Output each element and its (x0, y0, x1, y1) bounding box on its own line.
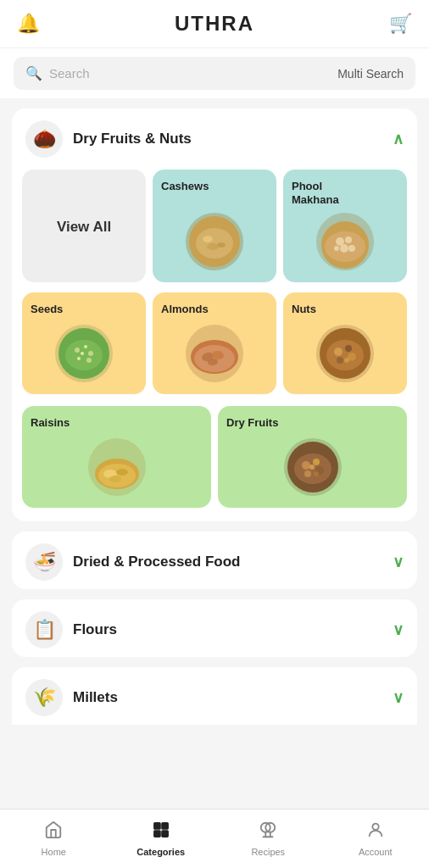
search-input-wrapper[interactable]: 🔍 Search Multi Search (14, 57, 415, 90)
subcategory-dry-fruits[interactable]: Dry Fruits (218, 406, 407, 508)
subcategory-cashews[interactable]: Cashews (153, 170, 276, 282)
svg-point-42 (109, 476, 121, 482)
flours-title: Flours (73, 621, 117, 638)
bottom-nav: Home Categories Recipes (0, 809, 429, 868)
chevron-down-icon-dried: ∨ (393, 553, 404, 571)
subcategory-raisins[interactable]: Raisins (22, 406, 211, 508)
category-card-flours: 📋 Flours ∨ (12, 599, 417, 657)
svg-point-18 (84, 345, 87, 348)
nav-account-label: Account (359, 847, 393, 857)
svg-point-50 (314, 471, 319, 476)
millets-title: Millets (73, 689, 118, 706)
view-all-label: View All (57, 219, 111, 236)
svg-point-51 (309, 465, 315, 470)
account-icon (366, 821, 385, 843)
category-header-millets[interactable]: 🌾 Millets ∨ (12, 667, 417, 725)
nav-recipes-label: Recipes (251, 847, 285, 857)
millets-icon: 🌾 (25, 679, 63, 716)
category-card-dry-fruits: 🌰 Dry Fruits & Nuts ∧ View All Cashews (12, 108, 417, 521)
app-header: 🔔 UTHRA 🛒 (0, 0, 429, 48)
nav-categories[interactable]: Categories (108, 810, 215, 868)
category-card-dried-processed: 🍜 Dried & Processed Food ∨ (12, 531, 417, 589)
search-bar-container: 🔍 Search Multi Search (0, 48, 429, 98)
svg-rect-55 (162, 831, 168, 837)
almonds-label: Almonds (161, 303, 209, 316)
chevron-down-icon-flours: ∨ (393, 620, 404, 639)
dried-processed-title: Dried & Processed Food (73, 554, 240, 570)
svg-point-12 (348, 245, 355, 252)
svg-point-39 (98, 464, 136, 487)
svg-point-11 (340, 244, 348, 253)
nav-home[interactable]: Home (0, 810, 108, 868)
seeds-image (52, 321, 116, 386)
category-header-dry-fruits[interactable]: 🌰 Dry Fruits & Nuts ∧ (12, 108, 417, 166)
svg-point-33 (345, 345, 352, 352)
phool-makhana-image (313, 209, 377, 274)
svg-rect-54 (154, 831, 160, 837)
nuts-image (313, 321, 377, 386)
search-left: 🔍 Search (25, 65, 90, 81)
subcategory-nuts[interactable]: Nuts (283, 292, 407, 394)
search-icon: 🔍 (25, 65, 42, 81)
categories-icon (152, 821, 170, 843)
dry-fruits-icon: 🌰 (25, 120, 63, 158)
multi-search-label[interactable]: Multi Search (337, 67, 404, 81)
svg-point-19 (88, 351, 93, 356)
svg-rect-53 (162, 823, 168, 829)
svg-point-31 (326, 340, 364, 370)
app-title: UTHRA (175, 12, 254, 36)
flours-icon: 📋 (25, 611, 63, 648)
svg-point-61 (372, 824, 378, 830)
svg-point-49 (304, 470, 311, 477)
svg-point-32 (334, 348, 343, 356)
subcategory-seeds[interactable]: Seeds (22, 292, 146, 394)
subcategory-row-3: Raisins Dry Fruits (12, 401, 417, 508)
raisins-image (85, 435, 149, 499)
svg-point-13 (334, 246, 339, 251)
home-icon (44, 821, 63, 843)
category-header-flours[interactable]: 📋 Flours ∨ (12, 599, 417, 657)
svg-point-46 (302, 461, 310, 470)
cashews-image (182, 209, 247, 274)
subcategory-almonds[interactable]: Almonds (153, 292, 276, 394)
svg-point-47 (313, 459, 320, 465)
svg-point-35 (337, 357, 343, 364)
svg-point-25 (194, 345, 235, 372)
subcategory-row-1: View All Cashews PhoolMa (12, 166, 417, 282)
chevron-down-icon-millets: ∨ (393, 688, 404, 707)
subcategory-phool-makhana[interactable]: PhoolMakhana (283, 170, 407, 282)
recipes-icon (259, 821, 277, 843)
svg-point-5 (207, 243, 219, 250)
search-placeholder: Search (49, 66, 90, 81)
svg-point-22 (81, 352, 84, 355)
seeds-label: Seeds (31, 303, 63, 316)
cashews-label: Cashews (161, 180, 209, 193)
nav-home-label: Home (42, 847, 66, 857)
subcategory-view-all[interactable]: View All (22, 170, 146, 282)
svg-point-10 (345, 236, 352, 243)
category-card-millets: 🌾 Millets ∨ (12, 667, 417, 725)
chevron-up-icon: ∧ (393, 130, 404, 148)
dried-processed-icon: 🍜 (25, 543, 63, 581)
category-header-dried-processed[interactable]: 🍜 Dried & Processed Food ∨ (12, 531, 417, 589)
almonds-image (182, 321, 247, 386)
svg-point-41 (116, 469, 128, 476)
dry-fruits-image (281, 435, 345, 499)
dry-fruits-title: Dry Fruits & Nuts (73, 131, 192, 147)
svg-point-17 (75, 348, 80, 353)
svg-point-20 (77, 357, 81, 360)
phool-makhana-label: PhoolMakhana (292, 180, 339, 206)
nav-account[interactable]: Account (322, 810, 430, 868)
nuts-label: Nuts (292, 303, 316, 316)
nav-recipes[interactable]: Recipes (214, 810, 322, 868)
svg-point-36 (344, 358, 349, 363)
svg-point-16 (65, 340, 103, 370)
svg-point-3 (203, 236, 213, 242)
cart-icon[interactable]: 🛒 (389, 13, 412, 35)
dry-fruits-label: Dry Fruits (226, 416, 278, 430)
svg-rect-52 (154, 823, 160, 829)
raisins-label: Raisins (31, 416, 70, 430)
main-content: 🌰 Dry Fruits & Nuts ∧ View All Cashews (0, 98, 429, 868)
notification-bell-icon[interactable]: 🔔 (17, 13, 40, 35)
svg-point-21 (86, 358, 92, 363)
